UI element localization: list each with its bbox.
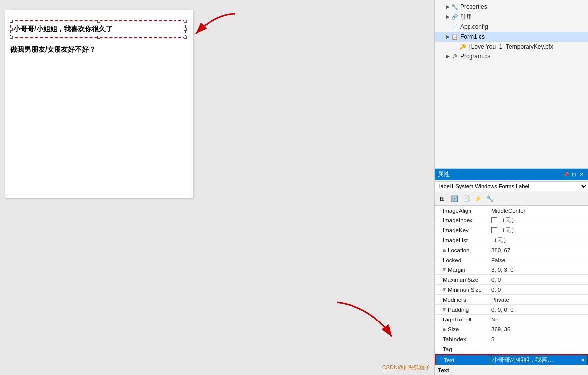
expand-icon-programcs: ▶ bbox=[445, 54, 451, 59]
prop-row-imageindex: ImageIndex （无） bbox=[435, 215, 588, 225]
prop-row-imagelist: ImageList （无） bbox=[435, 235, 588, 245]
prop-value-righttoleft[interactable]: No bbox=[489, 315, 588, 324]
prop-name-imagekey: ImageKey bbox=[435, 225, 489, 235]
prop-value-imagealign[interactable]: MiddleCenter bbox=[489, 206, 588, 215]
label2: 做我男朋友/女朋友好不好？ bbox=[10, 45, 96, 54]
file-icon-programcs: © bbox=[451, 53, 459, 60]
props-btn-events[interactable]: ⚡ bbox=[472, 193, 483, 204]
properties-header-text: 属性 bbox=[438, 170, 450, 179]
tree-item-form1cs[interactable]: ▶ 📋 Form1.cs bbox=[435, 32, 588, 42]
tree-label-properties: Properties bbox=[460, 3, 487, 10]
prop-value-margin[interactable]: 3, 0, 3, 0 bbox=[489, 265, 588, 274]
prop-value-modifiers[interactable]: Private bbox=[489, 295, 588, 304]
tree-label-appconfig: App.config bbox=[460, 23, 488, 30]
file-icon-properties: 🔧 bbox=[451, 3, 459, 11]
prop-value-padding[interactable]: 0, 0, 0, 0 bbox=[489, 305, 588, 314]
checkbox-icon-imagekey bbox=[491, 227, 497, 233]
arrow-annotation-2 bbox=[332, 297, 392, 337]
props-btn-category[interactable]: 📑 bbox=[461, 193, 471, 204]
prop-name-tabindex: TabIndex bbox=[435, 334, 489, 344]
arrow-annotation-1 bbox=[186, 9, 235, 39]
handle-bl[interactable] bbox=[10, 36, 13, 39]
props-footer: Text bbox=[435, 365, 588, 375]
prop-value-location[interactable]: 380, 67 bbox=[489, 245, 588, 255]
prop-row-tag: Tag bbox=[435, 344, 588, 354]
form-canvas: 小哥哥/小姐姐，我喜欢你很久了 做我男朋友/女朋友好不好？ bbox=[5, 10, 193, 198]
expand-btn-padding[interactable]: ⊞ bbox=[443, 307, 447, 312]
prop-row-minsize: ⊞MinimumSize 0, 0 bbox=[435, 285, 588, 295]
prop-row-size: ⊞Size 369, 36 bbox=[435, 324, 588, 334]
handle-br[interactable] bbox=[184, 36, 187, 39]
float-button[interactable]: ⊡ bbox=[570, 171, 577, 178]
solution-explorer-tree: ▶ 🔧 Properties ▶ 🔗 引用 ▶ 📄 bbox=[435, 0, 588, 63]
label1-selected[interactable]: 小哥哥/小姐姐，我喜欢你很久了 bbox=[10, 20, 186, 38]
tree-item-references[interactable]: ▶ 🔗 引用 bbox=[435, 12, 588, 22]
handle-tr[interactable] bbox=[184, 20, 187, 23]
handle-bm[interactable] bbox=[97, 36, 100, 39]
prop-row-modifiers: Modifiers Private bbox=[435, 295, 588, 305]
tree-label-form1cs: Form1.cs bbox=[460, 33, 485, 40]
props-footer-text: Text bbox=[438, 367, 449, 373]
expand-btn-location[interactable]: ⊞ bbox=[443, 248, 447, 253]
file-icon-pfx: 🔑 bbox=[459, 43, 467, 51]
tree-label-programcs: Program.cs bbox=[460, 53, 490, 60]
file-icon-appconfig: 📄 bbox=[451, 23, 459, 31]
prop-name-locked: Locked bbox=[435, 255, 489, 265]
prop-name-maxsize: MaximumSize bbox=[435, 275, 489, 284]
tree-item-appconfig[interactable]: ▶ 📄 App.config bbox=[435, 22, 588, 32]
close-button[interactable]: ✕ bbox=[578, 171, 585, 178]
expand-icon-properties: ▶ bbox=[445, 4, 451, 10]
prop-value-tag[interactable] bbox=[489, 344, 588, 354]
tree-item-properties[interactable]: ▶ 🔧 Properties bbox=[435, 2, 588, 12]
prop-value-imagelist[interactable]: （无） bbox=[489, 235, 588, 245]
prop-value-minsize[interactable]: 0, 0 bbox=[489, 285, 588, 294]
tree-item-programcs[interactable]: ▶ © Program.cs bbox=[435, 52, 588, 61]
prop-row-righttoleft: RightToLeft No bbox=[435, 315, 588, 324]
prop-name-minsize: ⊞MinimumSize bbox=[435, 285, 489, 294]
solution-explorer: ▶ 🔧 Properties ▶ 🔗 引用 ▶ 📄 bbox=[435, 0, 588, 168]
prop-name-padding: ⊞Padding bbox=[435, 305, 489, 314]
expand-icon-references: ▶ bbox=[445, 14, 451, 20]
prop-value-imagekey[interactable]: （无） bbox=[489, 225, 588, 235]
prop-row-padding: ⊞Padding 0, 0, 0, 0 bbox=[435, 305, 588, 315]
prop-name-imagelist: ImageList bbox=[435, 235, 489, 245]
props-btn-grid[interactable]: ⊞ bbox=[437, 193, 448, 204]
pin-button[interactable]: 📌 bbox=[562, 171, 569, 178]
designer-area: 小哥哥/小姐姐，我喜欢你很久了 做我男朋友/女朋友好不好？ bbox=[0, 0, 434, 375]
prop-row-location: ⊞Location 380, 67 bbox=[435, 245, 588, 255]
expand-btn-minsize[interactable]: ⊞ bbox=[443, 287, 447, 292]
prop-value-text[interactable]: 小哥哥/小姐姐，我喜… ▼ bbox=[490, 355, 587, 365]
prop-value-tabindex[interactable]: 5 bbox=[489, 334, 588, 344]
props-window-buttons: 📌 ⊡ ✕ bbox=[562, 171, 585, 178]
prop-value-imageindex[interactable]: （无） bbox=[489, 215, 588, 225]
prop-value-size[interactable]: 369, 36 bbox=[489, 324, 588, 334]
prop-row-text: Text 小哥哥/小姐姐，我喜… ▼ bbox=[435, 354, 588, 365]
text-value-span: 小哥哥/小姐姐，我喜… bbox=[492, 356, 553, 364]
expand-btn-margin[interactable]: ⊞ bbox=[443, 268, 447, 272]
label1-text: 小哥哥/小姐姐，我喜欢你很久了 bbox=[13, 25, 113, 34]
prop-name-size: ⊞Size bbox=[435, 324, 489, 334]
handle-tl[interactable] bbox=[10, 20, 13, 23]
props-btn-alpha[interactable]: 🔡 bbox=[449, 193, 460, 204]
prop-row-margin: ⊞Margin 3, 0, 3, 0 bbox=[435, 265, 588, 275]
handle-tm[interactable] bbox=[97, 20, 100, 23]
prop-value-locked[interactable]: False bbox=[489, 255, 588, 265]
tree-label-pfx: I Love You_1_TemporaryKey.pfx bbox=[468, 43, 553, 50]
handle-ml[interactable] bbox=[10, 28, 13, 31]
props-object-selector[interactable]: label1 System.Windows.Forms.Label bbox=[435, 181, 588, 191]
prop-row-imagekey: ImageKey （无） bbox=[435, 225, 588, 235]
watermark: CSDN@神秘狐狸子 bbox=[382, 364, 430, 371]
prop-name-imagealign: ImageAlign bbox=[435, 206, 489, 215]
handle-mr[interactable] bbox=[184, 28, 187, 31]
expand-icon-form1cs: ▶ bbox=[445, 34, 451, 40]
tree-item-pfx[interactable]: ▶ 🔑 I Love You_1_TemporaryKey.pfx bbox=[435, 42, 588, 52]
prop-name-righttoleft: RightToLeft bbox=[435, 315, 489, 324]
expand-btn-size[interactable]: ⊞ bbox=[443, 327, 447, 332]
prop-row-tabindex: TabIndex 5 bbox=[435, 334, 588, 344]
prop-row-maxsize: MaximumSize 0, 0 bbox=[435, 275, 588, 285]
text-dropdown-arrow[interactable]: ▼ bbox=[581, 358, 585, 363]
props-grid: ImageAlign MiddleCenter ImageIndex （无） I… bbox=[435, 206, 588, 365]
props-btn-property-pages[interactable]: 🔧 bbox=[484, 193, 495, 204]
main-container: 小哥哥/小姐姐，我喜欢你很久了 做我男朋友/女朋友好不好？ bbox=[0, 0, 588, 375]
prop-value-maxsize[interactable]: 0, 0 bbox=[489, 275, 588, 284]
